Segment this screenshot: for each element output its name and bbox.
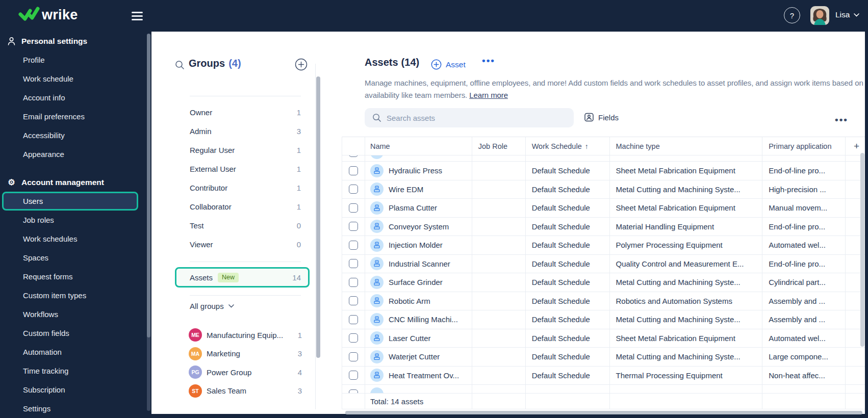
group-item-manufacturing-equip[interactable]: MEManufacturing Equip...1: [189, 326, 302, 345]
help-button[interactable]: ?: [784, 7, 800, 23]
teams-list: MEManufacturing Equip...1MAMarketing3PGP…: [189, 326, 302, 400]
table-row[interactable]: Surface Grinder Default Schedule Metal C…: [342, 273, 865, 292]
sidebar-item-account-info[interactable]: Account info: [2, 88, 138, 107]
asset-icon: [370, 369, 384, 382]
groups-search-icon[interactable]: [175, 60, 185, 70]
table-row[interactable]: Heat Treatment Ov... Default Schedule Th…: [342, 367, 865, 385]
wrike-logo[interactable]: wrike: [18, 7, 78, 23]
row-checkbox[interactable]: [349, 203, 358, 213]
sidebar-item-email-preferences[interactable]: Email preferences: [2, 107, 138, 126]
table-row[interactable]: Plasma Cutter Default Schedule Sheet Met…: [342, 199, 865, 218]
column-header-work-schedule[interactable]: Work Schedule↑: [526, 137, 610, 155]
role-item-test[interactable]: Test0: [190, 216, 301, 235]
role-item-contributor[interactable]: Contributor1: [190, 178, 301, 197]
role-item-viewer[interactable]: Viewer0: [190, 235, 301, 254]
table-row[interactable]: Laser Cutter Default Schedule Sheet Meta…: [342, 329, 865, 348]
column-header-name[interactable]: Name: [365, 137, 472, 155]
sidebar-scrollbar-thumb[interactable]: [147, 34, 150, 337]
groups-scrollbar[interactable]: [316, 76, 320, 358]
table-row[interactable]: Wire EDM Default Schedule Metal Cutting …: [342, 180, 865, 199]
row-checkbox[interactable]: [349, 315, 358, 324]
group-item-sales-team[interactable]: STSales Team3: [189, 382, 302, 401]
sidebar-item-automation[interactable]: Automation: [2, 343, 138, 361]
search-box[interactable]: [365, 108, 574, 127]
asset-name: CNC Milling Machi...: [389, 315, 458, 324]
role-label: Viewer: [190, 240, 213, 249]
sidebar-item-settings[interactable]: Settings: [2, 399, 138, 418]
row-checkbox[interactable]: [349, 352, 358, 361]
row-checkbox[interactable]: [349, 371, 358, 380]
role-item-regular-user[interactable]: Regular User1: [190, 141, 301, 160]
all-groups-dropdown[interactable]: All groups: [190, 300, 234, 312]
column-header-machine-type[interactable]: Machine type: [610, 137, 763, 155]
table-row[interactable]: Hydraulic Press Default Schedule Sheet M…: [342, 162, 865, 180]
user-name: Lisa: [835, 10, 850, 19]
table-row[interactable]: Robotic Arm Default Schedule Robotics an…: [342, 292, 865, 311]
add-asset-button[interactable]: Asset: [431, 59, 466, 70]
sidebar-item-profile[interactable]: Profile: [2, 50, 138, 69]
sidebar-item-request-forms[interactable]: Request forms: [2, 267, 138, 286]
row-checkbox[interactable]: [349, 333, 358, 343]
menu-button[interactable]: [132, 12, 143, 20]
assets-group-label: Assets: [190, 273, 213, 282]
row-checkbox[interactable]: [349, 222, 358, 231]
groups-panel-title: Groups(4): [189, 58, 241, 69]
sidebar-item-custom-item-types[interactable]: Custom item types: [2, 286, 138, 305]
table-row[interactable]: Industrial Scanner Default Schedule Qual…: [342, 255, 865, 274]
sidebar-item-appearance[interactable]: Appearance: [2, 145, 138, 164]
asset-name: Plasma Cutter: [389, 203, 437, 212]
table-row[interactable]: Injection Molder Default Schedule Polyme…: [342, 236, 865, 255]
sidebar-section-account-management[interactable]: ⚙ Account management: [0, 173, 145, 192]
table-row[interactable]: Conveyor System Default Schedule Materia…: [342, 218, 865, 237]
row-checkbox[interactable]: [349, 166, 358, 175]
table-horizontal-scrollbar[interactable]: [345, 411, 862, 414]
sidebar-item-accessibility[interactable]: Accessibility: [2, 126, 138, 145]
row-checkbox[interactable]: [349, 185, 358, 194]
sidebar-item-workflows[interactable]: Workflows: [2, 305, 138, 324]
column-header-job-role[interactable]: Job Role: [472, 137, 526, 155]
sidebar-item-subscription[interactable]: Subscription: [2, 380, 138, 399]
sidebar-item-time-tracking[interactable]: Time tracking: [2, 361, 138, 380]
row-checkbox[interactable]: [349, 296, 358, 305]
group-item-marketing[interactable]: MAMarketing3: [189, 345, 302, 363]
user-menu[interactable]: Lisa: [835, 10, 859, 19]
row-checkbox[interactable]: [349, 389, 358, 394]
sidebar-item-custom-fields[interactable]: Custom fields: [2, 324, 138, 343]
sidebar-item-spaces[interactable]: Spaces: [2, 248, 138, 267]
row-checkbox[interactable]: [349, 155, 358, 157]
role-count: 0: [297, 221, 301, 230]
role-item-collaborator[interactable]: Collaborator1: [190, 197, 301, 216]
plus-circle-icon: [295, 58, 308, 71]
add-column-button[interactable]: +: [846, 137, 865, 155]
asset-name: Wire EDM: [389, 185, 423, 194]
sidebar-section-personal-settings[interactable]: Personal settings: [0, 32, 145, 50]
search-icon: [372, 113, 381, 122]
role-item-owner[interactable]: Owner1: [190, 103, 301, 122]
table-row[interactable]: CNC Milling Machi... Default Schedule Me…: [342, 310, 865, 329]
role-item-external-user[interactable]: External User1: [190, 160, 301, 178]
assets-more-button[interactable]: •••: [482, 55, 495, 66]
row-checkbox[interactable]: [349, 278, 358, 287]
add-group-button[interactable]: [295, 58, 308, 73]
primary-application-cell: End-of-line pro...: [769, 166, 825, 175]
row-checkbox[interactable]: [349, 259, 358, 268]
group-count: 3: [298, 386, 302, 395]
user-avatar[interactable]: [810, 6, 829, 25]
asset-icon: [370, 387, 384, 394]
learn-more-link[interactable]: Learn more: [469, 91, 508, 99]
row-checkbox[interactable]: [349, 241, 358, 250]
assets-group-item[interactable]: Assets New 14: [175, 267, 310, 288]
sidebar-item-job-roles[interactable]: Job roles: [2, 211, 138, 229]
sidebar-item-work-schedule[interactable]: Work schedule: [2, 69, 138, 88]
table-vertical-scrollbar[interactable]: [860, 153, 864, 347]
sidebar-item-work-schedules[interactable]: Work schedules: [2, 229, 138, 248]
table-more-button[interactable]: •••: [835, 114, 848, 125]
table-row[interactable]: Waterjet Cutter Default Schedule Metal C…: [342, 348, 865, 367]
column-header-primary-application[interactable]: Primary application: [762, 137, 846, 155]
group-item-power-group[interactable]: PGPower Group4: [189, 363, 302, 382]
sidebar-item-users[interactable]: Users: [2, 192, 138, 211]
search-input[interactable]: [387, 114, 560, 122]
role-item-admin[interactable]: Admin3: [190, 122, 301, 141]
asset-icon: [370, 155, 384, 159]
fields-button[interactable]: Fields: [584, 112, 619, 122]
